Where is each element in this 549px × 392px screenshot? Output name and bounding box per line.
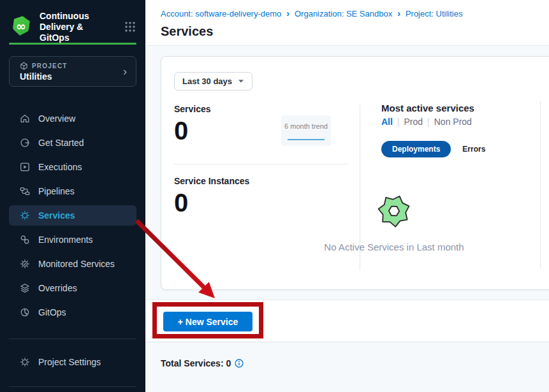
sidebar-divider-bottom	[9, 386, 136, 387]
sidebar-divider	[9, 338, 136, 339]
harness-logo-icon: ∞	[9, 15, 33, 39]
services-gear-icon	[19, 210, 31, 221]
stat-divider	[174, 164, 348, 164]
project-name: Utilities	[20, 71, 136, 82]
gitops-icon	[19, 307, 31, 318]
time-range-dropdown[interactable]: Last 30 days	[174, 72, 253, 91]
project-selector[interactable]: PROJECT Utilities ›	[9, 56, 136, 87]
pipelines-icon	[19, 185, 31, 197]
instances-stat-value: 0	[174, 190, 249, 215]
services-stat-value: 0	[174, 118, 211, 143]
sidebar-item-overview[interactable]: Overview	[9, 108, 136, 129]
chevron-right-icon: ›	[123, 66, 127, 77]
total-services-row: Total Services: 0	[161, 358, 244, 368]
filter-all[interactable]: All	[381, 117, 393, 127]
cube-icon	[20, 62, 28, 70]
page-title: Services	[161, 24, 213, 39]
module-grid-icon[interactable]	[124, 20, 136, 33]
services-stat-label: Services	[174, 104, 211, 114]
sidebar-item-executions[interactable]: Executions	[9, 157, 136, 177]
sidebar-item-services[interactable]: Services	[9, 205, 136, 226]
module-accent-rule	[9, 43, 136, 45]
most-active-services: Most active services All | Prod | Non Pr…	[381, 103, 541, 157]
services-stat: Services 0	[174, 104, 211, 143]
instances-stat-label: Service Instances	[174, 176, 249, 186]
breadcrumb-project[interactable]: Project: Utilities	[406, 9, 463, 18]
sidebar-item-monitored-services[interactable]: Monitored Services	[9, 254, 136, 274]
total-services-label: Total Services: 0	[161, 358, 231, 368]
chevron-right-icon: ›	[286, 8, 289, 18]
empty-state-message: No Active Services in Last month	[314, 242, 474, 252]
metric-toggle: Deployments Errors	[381, 141, 541, 157]
monitored-services-icon	[19, 258, 31, 270]
overrides-layers-icon	[19, 282, 31, 294]
env-filter-group: All | Prod | Non Prod	[381, 117, 541, 127]
sidebar-item-get-started[interactable]: Get Started	[9, 133, 136, 153]
sidebar-nav: Overview Get Started Executions Pipeline…	[9, 108, 136, 326]
trend-label: 6 month trend	[281, 122, 331, 130]
chevron-right-icon: ›	[397, 8, 400, 18]
home-icon	[19, 113, 31, 124]
filter-non-prod[interactable]: Non Prod	[434, 117, 472, 127]
caret-down-icon	[238, 79, 244, 83]
project-label: PROJECT	[32, 62, 68, 69]
sidebar: ∞ Continuous Delivery & GitOps PROJECT U…	[0, 0, 145, 392]
executions-icon	[19, 161, 31, 173]
sidebar-item-project-settings[interactable]: Project Settings	[9, 352, 136, 372]
sidebar-item-overrides[interactable]: Overrides	[9, 278, 136, 298]
service-instances-stat: Service Instances 0	[174, 176, 249, 215]
toggle-deployments[interactable]: Deployments	[381, 141, 451, 157]
time-range-value: Last 30 days	[182, 76, 232, 86]
six-month-trend-chip: 6 month trend	[281, 115, 331, 146]
page-header: Account: software-delivery-demo › Organi…	[145, 0, 549, 46]
trend-sparkline	[288, 139, 325, 141]
sidebar-item-pipelines[interactable]: Pipelines	[9, 181, 136, 201]
svg-text:∞: ∞	[16, 19, 26, 33]
get-started-icon	[19, 137, 31, 149]
info-icon[interactable]	[235, 359, 244, 368]
sidebar-item-environments[interactable]: Environments	[9, 229, 136, 250]
breadcrumb-account[interactable]: Account: software-delivery-demo	[161, 9, 281, 18]
new-service-button[interactable]: + New Service	[163, 312, 253, 331]
sidebar-item-gitops[interactable]: GitOps	[9, 302, 136, 323]
most-active-title: Most active services	[381, 103, 541, 113]
environments-icon	[19, 234, 31, 245]
breadcrumb-organization[interactable]: Organization: SE Sandbox	[295, 9, 392, 18]
breadcrumb: Account: software-delivery-demo › Organi…	[161, 8, 462, 18]
filter-prod[interactable]: Prod	[404, 117, 423, 127]
app-title: Continuous Delivery & GitOps	[40, 11, 115, 43]
services-dashboard-card: Last 30 days Services 0 6 month trend Se…	[161, 56, 549, 290]
empty-state-gear-icon	[374, 191, 414, 231]
toggle-errors[interactable]: Errors	[462, 145, 485, 154]
settings-gear-icon	[19, 356, 31, 368]
